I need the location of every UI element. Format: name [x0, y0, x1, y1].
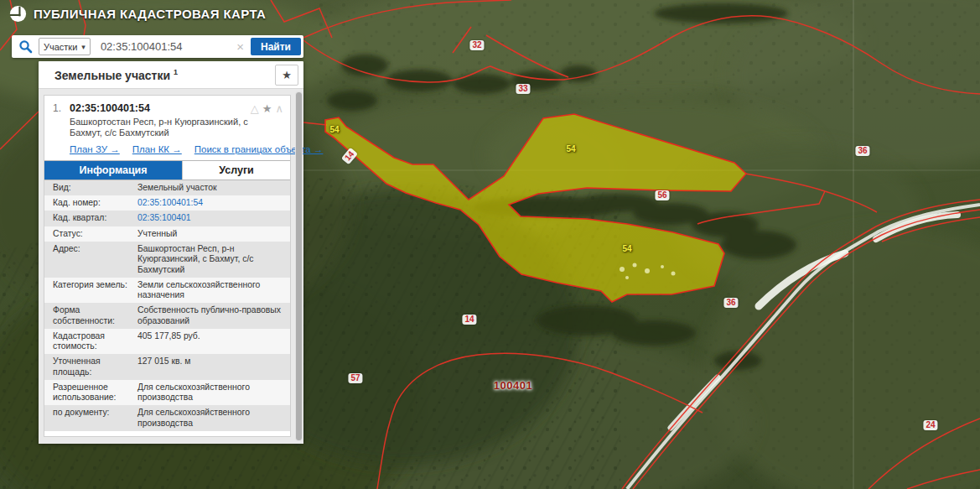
info-row-value: 127 015 кв. м [137, 356, 283, 377]
item-link[interactable]: Поиск в границах объекта → [194, 144, 324, 154]
app-header: ПУБЛИЧНАЯ КАДАСТРОВАЯ КАРТА [8, 4, 266, 23]
info-row-value: Для сельскохозяйственного производства [137, 408, 283, 429]
results-panel-title: Земельные участки 1 [54, 68, 275, 82]
info-row: Вид:Земельный участок [44, 180, 290, 195]
info-row: Форма собственности:Собственность публич… [44, 303, 290, 329]
info-row-label: Статус: [53, 229, 137, 239]
page-title: ПУБЛИЧНАЯ КАДАСТРОВАЯ КАРТА [34, 7, 266, 21]
tab-services[interactable]: Услуги [182, 161, 290, 179]
tab-bar: Информация Услуги [44, 160, 290, 180]
result-card-title-row: 1. 02:35:100401:54 △ ★ ∧ [44, 96, 290, 115]
info-row-label: Адрес: [53, 244, 137, 275]
info-row-label: Кад. квартал: [53, 213, 137, 223]
clear-search-icon[interactable]: × [230, 39, 251, 54]
search-icon [18, 39, 33, 54]
results-title-text: Земельные участки [54, 68, 170, 81]
rosreestr-logo-icon [8, 4, 28, 23]
search-category-dropdown[interactable]: Участки ▾ [39, 38, 91, 55]
info-row: Адрес:Башкортостан Респ, р-н Куюргазинск… [44, 242, 290, 278]
results-panel-header: Земельные участки 1 ★ [39, 61, 303, 88]
info-row: Уточненная площадь:127 015 кв. м [44, 354, 290, 380]
info-row-value: 405 177,85 руб. [137, 331, 283, 352]
info-row-value: Собственность публично-правовых образова… [137, 305, 283, 326]
info-row-value: Башкортостан Респ, р-н Куюргазинский, с … [137, 244, 283, 275]
info-row-label: Форма собственности: [53, 305, 137, 326]
item-link[interactable]: План КК → [132, 144, 182, 154]
result-cadastral-number: 02:35:100401:54 [70, 102, 251, 114]
chevron-down-icon: ▾ [81, 43, 86, 51]
info-row-label: Вид: [53, 183, 137, 193]
info-row: Статус:Учтенный [44, 226, 290, 242]
info-row: Категория земель:Земли сельскохозяйствен… [44, 278, 290, 304]
item-links: План ЗУ →План КК →Поиск в границах объек… [44, 138, 290, 154]
info-row: Кад. квартал:02:35:100401 [44, 211, 290, 226]
item-link[interactable]: План ЗУ → [70, 144, 120, 154]
info-row: Кадастровая стоимость:405 177,85 руб. [44, 329, 290, 355]
info-row-label: Кадастровая стоимость: [53, 331, 137, 352]
info-row-value[interactable]: 02:35:100401:54 [137, 198, 283, 208]
info-row: Кад. номер:02:35:100401:54 [44, 195, 290, 211]
info-row: Разрешенное использование:Для сельскохоз… [44, 380, 290, 406]
results-panel: Земельные участки 1 ★ 1. 02:35:100401:54… [39, 61, 303, 444]
info-row-label: Категория земель: [53, 280, 137, 301]
find-button[interactable]: Найти [251, 38, 301, 55]
result-card: 1. 02:35:100401:54 △ ★ ∧ Башкортостан Ре… [44, 95, 291, 437]
results-count: 1 [174, 68, 178, 76]
info-row-value: Для сельскохозяйственного производства [137, 382, 283, 403]
warning-triangle-icon[interactable]: △ [251, 102, 259, 115]
info-row-label: Уточненная площадь: [53, 356, 137, 377]
results-scroll-area: 1. 02:35:100401:54 △ ★ ∧ Башкортостан Ре… [39, 88, 303, 444]
star-icon[interactable]: ★ [262, 102, 272, 115]
info-row-value: Земли сельскохозяйственного назначения [137, 280, 283, 301]
info-row-label: Кад. номер: [53, 198, 137, 208]
info-row-value: Учтенный [137, 229, 283, 239]
search-category-label: Участки [44, 42, 77, 52]
info-row: по документу:Для сельскохозяйственного п… [44, 405, 290, 431]
favorites-button[interactable]: ★ [275, 65, 298, 86]
search-input[interactable] [91, 40, 230, 53]
result-index: 1. [53, 102, 70, 114]
info-row-label: Разрешенное использование: [53, 382, 137, 403]
star-icon: ★ [282, 69, 292, 81]
tab-information[interactable]: Информация [44, 161, 182, 179]
info-table: Вид:Земельный участокКад. номер:02:35:10… [44, 180, 290, 431]
results-scrollbar[interactable] [295, 91, 303, 441]
result-card-icons: △ ★ ∧ [251, 102, 283, 115]
info-row-value[interactable]: 02:35:100401 [137, 213, 283, 223]
info-row-label: по документу: [53, 408, 137, 429]
info-row-value: Земельный участок [137, 183, 283, 193]
search-bar: Участки ▾ × Найти [12, 35, 303, 58]
result-address: Башкортостан Респ, р-н Куюргазинский, с … [44, 115, 290, 138]
collapse-chevron-icon[interactable]: ∧ [275, 102, 283, 115]
scrollbar-thumb[interactable] [296, 92, 302, 440]
cadastral-map-app: 545454143233365614571004013624 ПУБЛИЧНАЯ… [0, 0, 980, 489]
